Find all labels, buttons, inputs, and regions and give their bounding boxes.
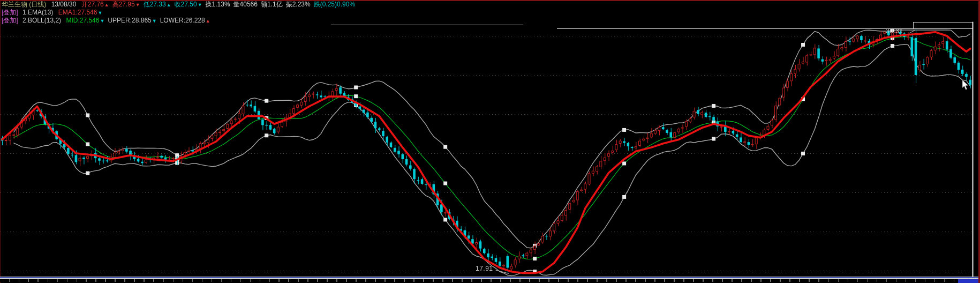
field-turnover: 换1.13% — [206, 1, 230, 9]
field-amount: 额1.1亿 — [261, 1, 283, 9]
field-low: 低27.33▲ — [144, 1, 171, 9]
overlay-indicator-row-1: [叠加] 1.EMA(13) EMA1:27.546▼ — [2, 9, 105, 17]
indicator-name-ema: 1.EMA(13) — [22, 9, 53, 17]
field-close: 收27.50▼ — [175, 1, 202, 9]
x-axis-ticks — [0, 279, 958, 282]
indicator-value-mid: MID:27.546▼ — [66, 17, 104, 25]
mouse-cursor-icon — [962, 80, 970, 91]
low-price-label: 17.91 — [476, 265, 493, 272]
quote-fields: 开27.76▲高27.95▼低27.33▲收27.50▼换1.13%量40566… — [81, 1, 358, 9]
indicator-value-lower: LOWER:26.228▲ — [160, 17, 210, 25]
field-high: 高27.95▼ — [112, 1, 140, 9]
indicator-value-ema1: EMA1:27.546▼ — [58, 9, 103, 17]
indicator-name-boll: 2.BOLL(13,2) — [22, 17, 61, 25]
kline-chart-canvas[interactable] — [0, 0, 980, 283]
boll-values: MID:27.546▼UPPER:28.865▼LOWER:26.228▲ — [66, 17, 213, 25]
quote-date: 13/08/30 — [51, 1, 77, 9]
overlay-indicator-row-2: [叠加] 2.BOLL(13,2) MID:27.546▼UPPER:28.86… — [2, 17, 214, 25]
indicator-value-upper: UPPER:28.865▼ — [108, 17, 156, 25]
field-amplitude: 振2.23% — [286, 1, 311, 9]
stock-chart-window: 华兰生物 (日线) 13/08/30 开27.76▲高27.95▼低27.33▲… — [0, 0, 980, 283]
field-volume: 量40566 — [233, 1, 258, 9]
overlay-button-1[interactable]: [叠加] — [2, 9, 18, 17]
ema-values: EMA1:27.546▼ — [58, 9, 106, 17]
stock-title: 华兰生物 (日线) — [2, 1, 46, 9]
field-change: 跌(0.25)0.90% — [314, 1, 355, 9]
scrollbar-thumb[interactable] — [958, 279, 978, 283]
stock-info-bar: 华兰生物 (日线) 13/08/30 开27.76▲高27.95▼低27.33▲… — [2, 1, 358, 9]
high-price-label: 30.31 — [886, 27, 903, 35]
field-open: 开27.76▲ — [81, 1, 109, 9]
overlay-button-2[interactable]: [叠加] — [2, 17, 18, 25]
